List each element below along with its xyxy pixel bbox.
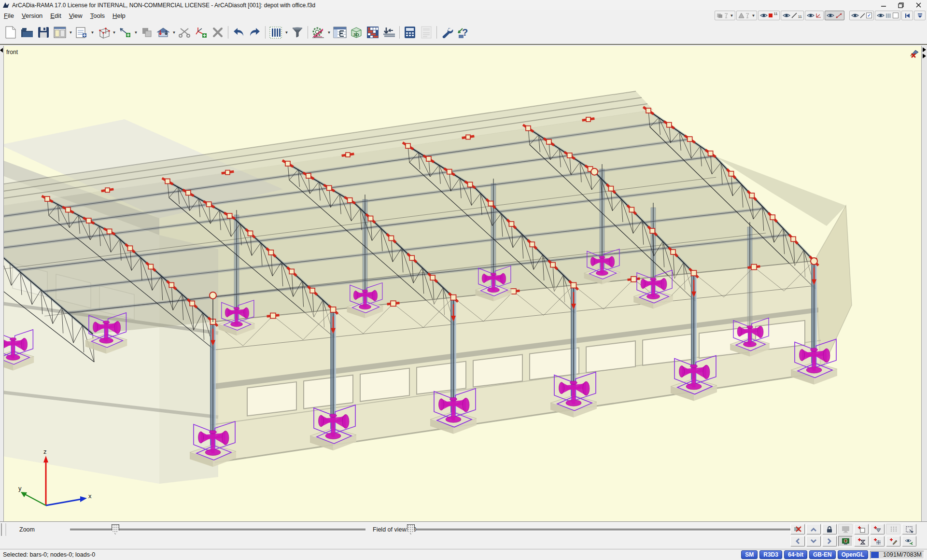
- view-3d-button[interactable]: 3D: [348, 24, 365, 41]
- menu-file[interactable]: File: [0, 11, 18, 20]
- zoom-slider-thumb[interactable]: [112, 524, 119, 534]
- redo-button[interactable]: [247, 24, 263, 41]
- project-manager-button[interactable]: [52, 24, 68, 41]
- frame-select-icon: [905, 526, 913, 533]
- navigation-buttons: [790, 524, 916, 546]
- delete-x-icon: [212, 27, 223, 38]
- structure-generator-button[interactable]: [155, 24, 171, 41]
- viewport-3d[interactable]: zxy front: [0, 46, 927, 521]
- close-view-button[interactable]: [909, 49, 919, 61]
- minimize-button[interactable]: [875, 0, 892, 10]
- settings-wrench-button[interactable]: [439, 24, 455, 41]
- chevron-down-icon: [810, 538, 817, 545]
- status-badge-opengl[interactable]: OpenGL: [838, 550, 868, 559]
- collapse-panel-button[interactable]: [914, 11, 926, 20]
- divide-bar-button[interactable]: [193, 24, 210, 41]
- data-tables-button[interactable]: [73, 24, 90, 41]
- filter-funnel-icon: [292, 27, 303, 38]
- toggle-node-numbers[interactable]: 11: [758, 11, 779, 20]
- wrench-icon: [441, 27, 453, 38]
- copy-elements-button[interactable]: [139, 24, 155, 41]
- pan-down-button[interactable]: [806, 536, 821, 546]
- toggle-dimensions[interactable]: [825, 11, 844, 20]
- add-mesh-button[interactable]: [870, 536, 885, 546]
- structure-generator-dropdown[interactable]: ▼: [171, 24, 177, 41]
- add-annotation-button[interactable]: [886, 536, 900, 546]
- bar-line-icon: [791, 13, 797, 18]
- shading-mode-dropdown[interactable]: ▼: [736, 11, 757, 20]
- memory-usage-fill: [871, 552, 879, 558]
- save-project-button[interactable]: [35, 24, 52, 41]
- calculation-settings-dropdown[interactable]: ▼: [326, 24, 332, 41]
- undo-button[interactable]: [230, 24, 247, 41]
- status-badge-lang[interactable]: GB-EN: [809, 550, 836, 559]
- monitor-target-icon: [842, 538, 850, 545]
- 3d-frame-dropdown[interactable]: ▼: [112, 24, 117, 41]
- full-screen-view-button[interactable]: [838, 536, 853, 546]
- add-block-icon: [873, 538, 882, 545]
- calculator-button[interactable]: [402, 24, 418, 41]
- memory-indicator: 1091M/7083M: [870, 551, 924, 559]
- menu-version[interactable]: Version: [18, 11, 46, 20]
- splitter-arrow-icon: [923, 54, 926, 58]
- delete-element-button[interactable]: [210, 24, 226, 41]
- filter-selection-button[interactable]: [289, 24, 306, 41]
- add-node-button[interactable]: [854, 524, 869, 534]
- section-properties-button[interactable]: [267, 24, 284, 41]
- menu-bar: File Version Edit View Tools Help ▼ ▼ 11: [0, 10, 927, 21]
- scene-3d-model[interactable]: zxy: [0, 46, 927, 521]
- draw-bar-button[interactable]: [117, 24, 133, 41]
- menu-tools[interactable]: Tools: [86, 11, 109, 20]
- pan-left-button[interactable]: [790, 536, 805, 546]
- pan-right-button[interactable]: [822, 536, 837, 546]
- selection-status: Selected: bars-0; nodes-0; loads-0: [3, 551, 95, 558]
- zoom-window-button[interactable]: [902, 524, 916, 534]
- open-project-button[interactable]: [19, 24, 35, 41]
- main-toolbar: ▼ ▼ ▼ ▼ ▼: [0, 21, 927, 45]
- render-mode-dropdown[interactable]: ▼: [715, 11, 736, 20]
- menu-edit[interactable]: Edit: [46, 11, 65, 20]
- view-orbit-button[interactable]: [902, 536, 916, 546]
- 3d-frame-button[interactable]: [95, 24, 112, 41]
- fov-slider-track[interactable]: [416, 529, 792, 531]
- view-3d-icon: 3D: [350, 26, 363, 39]
- toolbar-grip[interactable]: [1, 523, 6, 536]
- cut-bars-button[interactable]: [177, 24, 193, 41]
- toggle-section-visibility[interactable]: [875, 11, 900, 20]
- viewport-left-splitter[interactable]: [0, 46, 4, 521]
- status-badge-r3d3[interactable]: R3D3: [759, 550, 782, 559]
- gear-calc-icon: [311, 26, 325, 39]
- add-hourglass-icon: [857, 538, 866, 545]
- section-properties-dropdown[interactable]: ▼: [284, 24, 289, 41]
- context-help-button[interactable]: ?: [455, 24, 472, 41]
- status-badge-64bit[interactable]: 64-bit: [784, 550, 807, 559]
- draw-bar-dropdown[interactable]: ▼: [133, 24, 139, 41]
- calculation-settings-button[interactable]: [310, 24, 326, 41]
- load-definition-button[interactable]: [381, 24, 397, 41]
- project-manager-dropdown[interactable]: ▼: [68, 24, 73, 41]
- data-tables-dropdown[interactable]: ▼: [90, 24, 95, 41]
- eye-icon: [783, 13, 790, 18]
- results-tables-button[interactable]: [332, 24, 348, 41]
- restore-icon: [898, 2, 904, 8]
- delete-view-button[interactable]: [790, 524, 805, 534]
- skip-to-start-button[interactable]: [901, 11, 913, 20]
- mosaic-results-button[interactable]: [365, 24, 381, 41]
- pan-up-button[interactable]: [806, 524, 821, 534]
- new-document-button[interactable]: [2, 24, 19, 41]
- eye-icon: [877, 13, 885, 18]
- menu-help[interactable]: Help: [109, 11, 129, 20]
- menu-view[interactable]: View: [65, 11, 86, 20]
- lock-view-button[interactable]: [822, 524, 837, 534]
- close-button[interactable]: [910, 0, 927, 10]
- status-badge-sm[interactable]: SM: [741, 550, 758, 559]
- chevron-left-icon: [794, 538, 801, 545]
- viewport-right-splitter[interactable]: [921, 46, 927, 521]
- restore-button[interactable]: [892, 0, 910, 10]
- node-numbers-label: 11: [773, 12, 777, 16]
- toggle-bar-numbers[interactable]: 11: [781, 11, 804, 20]
- toggle-axes[interactable]: [805, 11, 824, 20]
- toggle-bar-visibility[interactable]: ✓: [849, 11, 874, 20]
- add-support-button[interactable]: [870, 524, 885, 534]
- add-load-button[interactable]: [854, 536, 869, 546]
